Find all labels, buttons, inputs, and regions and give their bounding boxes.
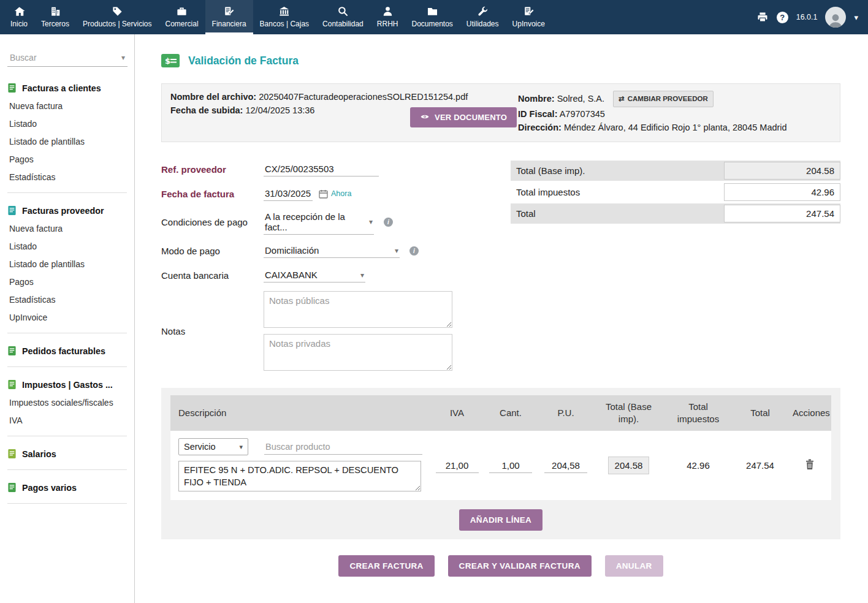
line-items-header: Descripción IVA Cant. P.U. Total (Base i… xyxy=(170,395,831,431)
fecha-factura-input[interactable] xyxy=(264,186,313,201)
sidebar-item-listado-plantillas[interactable]: Listado de plantillas xyxy=(9,259,127,269)
nav-item-contabilidad[interactable]: Contabilidad xyxy=(316,0,370,34)
building-icon xyxy=(50,6,61,17)
condiciones-pago-label: Condiciones de pago xyxy=(161,217,264,227)
item-type-select[interactable]: Servicio ▾ xyxy=(178,438,248,455)
avatar[interactable] xyxy=(825,7,846,28)
address-value: Méndez Álvaro, 44 Edificio Rojo 1° plant… xyxy=(564,123,787,132)
notas-privadas-textarea[interactable] xyxy=(264,334,452,371)
sidebar-item-listado[interactable]: Listado xyxy=(9,241,127,251)
briefcase-icon xyxy=(176,6,188,17)
nav-item-terceros[interactable]: Terceros xyxy=(34,0,76,34)
totals-panel: Total (Base imp). Total impuestos Total xyxy=(511,161,840,225)
now-link[interactable]: Ahora xyxy=(331,189,351,198)
col-header-iva: IVA xyxy=(431,395,483,431)
change-provider-button[interactable]: ⇄ CAMBIAR PROVEEDOR xyxy=(613,91,714,107)
fecha-factura-label: Fecha de factura xyxy=(161,189,264,199)
top-navbar: Inicio Terceros Productos | Servicios Co… xyxy=(0,0,868,34)
sidebar-section-pedidos-facturables[interactable]: Pedidos facturables xyxy=(7,346,127,356)
sidebar-section-facturas-proveedor[interactable]: Facturas proveedor xyxy=(7,205,127,216)
nav-item-productos-servicios[interactable]: Productos | Servicios xyxy=(76,0,159,34)
divider xyxy=(7,503,127,504)
invoice-icon xyxy=(7,83,17,93)
sidebar-section-facturas-clientes[interactable]: Facturas a clientes xyxy=(7,83,127,93)
item-cant-input[interactable] xyxy=(489,458,532,473)
view-document-button[interactable]: VER DOCUMENTO xyxy=(410,107,517,127)
divider xyxy=(7,366,127,367)
item-pu-input[interactable] xyxy=(544,458,587,473)
total-impuestos-input[interactable] xyxy=(724,183,840,201)
sidebar-item-listado[interactable]: Listado xyxy=(9,119,127,129)
add-line-button[interactable]: AÑADIR LÍNEA xyxy=(459,509,542,531)
nav-item-bancos-cajas[interactable]: Bancos | Cajas xyxy=(253,0,316,34)
sidebar-item-upinvoice[interactable]: UpInvoice xyxy=(9,313,127,322)
sidebar-item-pagos[interactable]: Pagos xyxy=(9,277,127,287)
delete-line-button[interactable] xyxy=(805,459,815,472)
sidebar-item-listado-plantillas[interactable]: Listado de plantillas xyxy=(9,137,127,146)
crear-factura-button[interactable]: CREAR FACTURA xyxy=(338,555,434,577)
col-header-acciones: Acciones xyxy=(788,395,835,431)
modo-pago-label: Modo de pago xyxy=(161,246,264,256)
nav-item-documentos[interactable]: Documentos xyxy=(405,0,459,34)
chevron-down-icon: ▾ xyxy=(239,443,243,451)
nav-label: Financiera xyxy=(212,20,246,28)
total-base-input[interactable] xyxy=(724,162,840,180)
sidebar-item-iva[interactable]: IVA xyxy=(9,415,127,425)
section-title: Pagos varios xyxy=(22,483,77,493)
provider-name-label: Nombre: xyxy=(518,94,555,104)
upload-date-value: 12/04/2025 13:36 xyxy=(245,105,314,115)
ref-proveedor-input[interactable] xyxy=(264,162,379,176)
condiciones-pago-select[interactable]: A la recepción de la fact... ▾ xyxy=(264,210,374,235)
info-icon[interactable]: i xyxy=(384,218,393,227)
swap-icon: ⇄ xyxy=(619,93,625,105)
modo-pago-select[interactable]: Domiciliación ▾ xyxy=(264,243,400,258)
sidebar-item-impuestos-sociales-fiscales[interactable]: Impuestos sociales/fiscales xyxy=(9,398,127,408)
nav-item-inicio[interactable]: Inicio xyxy=(4,0,34,34)
section-title: Facturas a clientes xyxy=(22,83,101,93)
col-header-descripcion: Descripción xyxy=(170,395,431,431)
help-icon[interactable]: ? xyxy=(777,12,788,23)
search-placeholder: Buscar xyxy=(10,53,37,63)
notas-publicas-textarea[interactable] xyxy=(264,291,452,328)
calendar-icon[interactable] xyxy=(319,189,328,199)
provider-name-value: Solred, S.A. xyxy=(557,94,604,104)
nav-item-rrhh[interactable]: RRHH xyxy=(370,0,405,34)
nav-item-upinvoice[interactable]: UpInvoice xyxy=(506,0,552,34)
sidebar-item-estadisticas[interactable]: Estadísticas xyxy=(9,295,127,305)
col-header-total-impuestos: Total impuestos xyxy=(664,395,733,431)
item-base-value: 204.58 xyxy=(608,457,650,474)
print-icon[interactable] xyxy=(756,11,769,23)
col-header-total-base: Total (Base imp). xyxy=(593,395,664,431)
sidebar-section-pagos-varios[interactable]: Pagos varios xyxy=(7,482,127,493)
nav-item-comercial[interactable]: Comercial xyxy=(159,0,205,34)
anular-button[interactable]: ANULAR xyxy=(605,555,663,577)
document-edit-icon xyxy=(223,6,235,17)
sidebar-item-nueva-factura[interactable]: Nueva factura xyxy=(9,101,127,111)
trash-icon xyxy=(805,459,815,472)
search-select[interactable]: Buscar ▾ xyxy=(7,49,128,67)
crear-validar-factura-button[interactable]: CREAR Y VALIDAR FACTURA xyxy=(448,555,592,577)
info-icon[interactable]: i xyxy=(409,246,419,256)
divider xyxy=(7,469,127,470)
total-label: Total xyxy=(516,208,536,219)
nav-item-financiera[interactable]: Financiera xyxy=(205,0,253,34)
item-description-textarea[interactable]: EFITEC 95 N + DTO.ADIC. REPSOL + DESCUEN… xyxy=(178,461,421,491)
sidebar-item-estadisticas[interactable]: Estadísticas xyxy=(9,172,127,182)
item-type-value: Servicio xyxy=(184,442,216,452)
sidebar-item-pagos[interactable]: Pagos xyxy=(9,154,127,164)
nav-label: Documentos xyxy=(411,20,452,28)
sidebar-section-salarios[interactable]: Salarios xyxy=(7,449,127,459)
nav-item-utilidades[interactable]: Utilidades xyxy=(460,0,506,34)
cuenta-bancaria-select[interactable]: CAIXABANK ▾ xyxy=(264,268,365,283)
buscar-producto-input[interactable] xyxy=(264,439,422,455)
chevron-down-icon[interactable]: ▾ xyxy=(854,13,858,22)
line-item-row: Servicio ▾ EFITEC 95 N + DTO.ADIC. REPSO… xyxy=(170,431,831,500)
total-impuestos-label: Total impuestos xyxy=(516,187,580,197)
total-input[interactable] xyxy=(724,205,840,222)
folder-icon xyxy=(427,6,438,17)
sidebar-item-nueva-factura[interactable]: Nueva factura xyxy=(9,224,127,233)
nav-label: Inicio xyxy=(10,20,28,28)
sidebar-section-impuestos-gastos[interactable]: Impuestos | Gastos ... xyxy=(7,379,127,390)
payments-icon xyxy=(7,482,17,493)
item-iva-input[interactable] xyxy=(436,458,479,473)
